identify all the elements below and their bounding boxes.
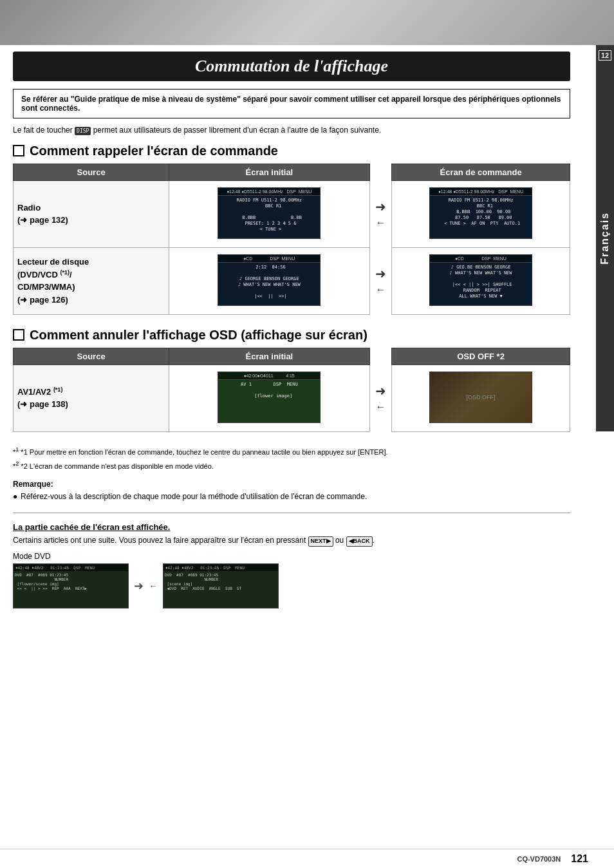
disp-badge: DISP bbox=[75, 127, 91, 135]
dvd-right-arrow: ➜ bbox=[134, 579, 144, 593]
remark-section: Remarque: Référez-vous à la description … bbox=[13, 480, 570, 502]
arrow-cell-radio: ➜ ← bbox=[369, 180, 392, 247]
dvd-left-arrow: ← bbox=[149, 581, 158, 591]
page-title-bar: Commutation de l'affichage bbox=[13, 52, 570, 81]
table-row: AV1/AV2 (*1) (➜ page 138) ♦42:00♦G4011 4… bbox=[14, 364, 570, 431]
section1-title: Comment rappeler l'écran de commande bbox=[30, 144, 278, 158]
source-cell-av: AV1/AV2 (*1) (➜ page 138) bbox=[14, 364, 169, 431]
checkbox-icon-2 bbox=[13, 329, 24, 341]
spacer-th-2 bbox=[369, 348, 392, 364]
disc-cmd-text: ♪ GEO.BE BENSON GEORGE ♪ WHAT'S NEW WHAT… bbox=[430, 263, 532, 302]
remark-title: Remarque: bbox=[13, 480, 570, 489]
left-arrow-av: ← bbox=[375, 401, 386, 413]
right-sidebar: 12 Français bbox=[596, 45, 614, 431]
section2-table: Source Écran initial OSD OFF *2 AV1/AV2 … bbox=[13, 348, 570, 432]
section1-heading: Comment rappeler l'écran de commande bbox=[13, 144, 570, 158]
next-badge: NEXT▶ bbox=[308, 536, 333, 547]
source-label-disc: Lecteur de disque (DVD/VCD (*1)/ CD/MP3/… bbox=[17, 257, 89, 305]
page-footer: CQ-VD7003N 121 bbox=[0, 849, 614, 868]
radio-cmd-header: ♦12:48 ♦D5511-2 98.00MHz DSP MENU bbox=[430, 188, 532, 196]
mode-label: Mode DVD bbox=[13, 552, 570, 561]
top-banner bbox=[0, 0, 614, 45]
section2-header-osd: OSD OFF *2 bbox=[392, 348, 570, 364]
right-arrow-disc: ➜ bbox=[375, 266, 386, 281]
hidden-section-title: La partie cachée de l'écran est affichée… bbox=[13, 522, 570, 532]
footer-model: CQ-VD7003N bbox=[517, 855, 561, 863]
footer-page-number: 121 bbox=[571, 853, 588, 865]
osd-off-label: [OSD OFF] bbox=[467, 394, 496, 401]
radio-cmd-text: RADIO FM U511-2 98.00MHz BBC R1 B.BBB 10… bbox=[430, 196, 532, 229]
initial-screen-radio: ♦12:48 ♦D5511-2 98.00MHz DSP MENU RADIO … bbox=[169, 180, 369, 247]
dvd-content-1: DVD #07 #089 01:23:45 NUMBER [flower/sce… bbox=[14, 571, 128, 592]
section2-header-source: Source bbox=[14, 348, 169, 364]
dvd-screenshots: ♦42:48 ♦4BV2 01:23:45 DSP MENU DVD #07 #… bbox=[13, 563, 570, 609]
right-arrow-av: ➜ bbox=[375, 383, 386, 399]
table-row: Lecteur de disque (DVD/VCD (*1)/ CD/MP3/… bbox=[14, 247, 570, 314]
arrow-cell-disc: ➜ ← bbox=[369, 247, 392, 314]
intro-text: Le fait de toucher DISP permet aux utili… bbox=[13, 125, 570, 136]
language-label: Français bbox=[599, 212, 611, 265]
disc-initial-screenshot: ♦CD DSP MENU 2:12 04:56 ♪ GEORGE BENSON … bbox=[218, 254, 321, 306]
dvd-screenshot-2: ♦42:48 ♦4BV2 01:23:45 DSP MENU DVD #07 #… bbox=[163, 563, 279, 609]
radio-initial-screenshot: ♦12:48 ♦D5511-2 98.00MHz DSP MENU RADIO … bbox=[218, 187, 321, 239]
disc-screen-header: ♦CD DSP MENU bbox=[218, 255, 320, 263]
section2-title: Comment annuler l'affichage OSD (afficha… bbox=[30, 328, 367, 343]
initial-screen-av: ♦42:00♦G4011 4:15 AV 1 DSP MENU [flower … bbox=[169, 364, 369, 431]
radio-screen-header: ♦12:48 ♦D5511-2 98.00MHz DSP MENU bbox=[218, 188, 320, 196]
footnote-2: *2 *2 L'écran de commande n'est pas disp… bbox=[13, 459, 570, 472]
section1-table: Source Écran initial Écran de commande R… bbox=[13, 164, 570, 315]
hidden-section-text: Certains articles ont une suite. Vous po… bbox=[13, 534, 570, 547]
dvd-header-1: ♦42:48 ♦4BV2 01:23:45 DSP MENU bbox=[14, 564, 128, 571]
page-title: Commutation de l'affichage bbox=[26, 57, 557, 76]
dvd-header-2: ♦42:48 ♦4BV2 01:23:45 DSP MENU bbox=[163, 564, 278, 571]
section-divider bbox=[13, 513, 570, 513]
initial-screen-disc: ♦CD DSP MENU 2:12 04:56 ♪ GEORGE BENSON … bbox=[169, 247, 369, 314]
back-badge: ◀BACK bbox=[346, 536, 373, 547]
page-num-box: 12 bbox=[599, 50, 611, 61]
section1-header-initial: Écran initial bbox=[169, 164, 369, 180]
spacer-th-1 bbox=[369, 164, 392, 180]
left-arrow-radio: ← bbox=[375, 217, 386, 229]
left-arrow-disc: ← bbox=[375, 284, 386, 296]
disc-command-screenshot: ♦CD DSP MENU ♪ GEO.BE BENSON GEORGE ♪ WH… bbox=[429, 254, 532, 306]
av-initial-screenshot: ♦42:00♦G4011 4:15 AV 1 DSP MENU [flower … bbox=[218, 372, 321, 423]
source-label-av: AV1/AV2 (*1) (➜ page 138) bbox=[17, 387, 68, 410]
osd-off-content: [OSD OFF] bbox=[430, 372, 532, 422]
section2-heading: Comment annuler l'affichage OSD (afficha… bbox=[13, 328, 570, 343]
footnotes: *1 *1 Pour mettre en fonction l'écran de… bbox=[13, 445, 570, 473]
notice-text: Se référer au "Guide pratique de mise à … bbox=[21, 95, 561, 113]
source-label-radio: Radio (➜ page 132) bbox=[17, 203, 68, 225]
table-row: Radio (➜ page 132) ♦12:48 ♦D5511-2 98.00… bbox=[14, 180, 570, 247]
remark-text: Référez-vous à la description de chaque … bbox=[13, 491, 570, 502]
dvd-content-2: DVD #07 #089 01:23:45 NUMBER [scene img]… bbox=[163, 571, 278, 592]
radio-screen-text: RADIO FM U511-2 98.00MHz BBC R1 B.BBB B.… bbox=[218, 196, 320, 235]
av-screen-text: AV 1 DSP MENU [flower image] bbox=[218, 380, 320, 401]
command-screen-radio: ♦12:48 ♦D5511-2 98.00MHz DSP MENU RADIO … bbox=[392, 180, 570, 247]
disc-cmd-header: ♦CD DSP MENU bbox=[430, 255, 532, 263]
source-cell-disc: Lecteur de disque (DVD/VCD (*1)/ CD/MP3/… bbox=[14, 247, 169, 314]
section2-header-initial: Écran initial bbox=[169, 348, 369, 364]
disc-screen-text: 2:12 04:56 ♪ GEORGE BENSON GEORGE ♪ WHAT… bbox=[218, 263, 320, 302]
right-arrow-radio: ➜ bbox=[375, 199, 386, 214]
section1-header-source: Source bbox=[14, 164, 169, 180]
av-screen-header: ♦42:00♦G4011 4:15 bbox=[218, 372, 320, 380]
command-screen-disc: ♦CD DSP MENU ♪ GEO.BE BENSON GEORGE ♪ WH… bbox=[392, 247, 570, 314]
main-content: Commutation de l'affichage Se référer au… bbox=[0, 45, 596, 615]
section1-header-command: Écran de commande bbox=[392, 164, 570, 180]
av-osd-screenshot: [OSD OFF] bbox=[429, 372, 532, 423]
osd-off-screen: [OSD OFF] bbox=[392, 364, 570, 431]
source-cell-radio: Radio (➜ page 132) bbox=[14, 180, 169, 247]
footnote-1: *1 *1 Pour mettre en fonction l'écran de… bbox=[13, 445, 570, 458]
checkbox-icon-1 bbox=[13, 145, 24, 156]
dvd-screenshot-1: ♦42:48 ♦4BV2 01:23:45 DSP MENU DVD #07 #… bbox=[13, 563, 129, 609]
arrow-cell-av: ➜ ← bbox=[369, 364, 392, 431]
radio-command-screenshot: ♦12:48 ♦D5511-2 98.00MHz DSP MENU RADIO … bbox=[429, 187, 532, 239]
notice-box: Se référer au "Guide pratique de mise à … bbox=[13, 89, 570, 118]
